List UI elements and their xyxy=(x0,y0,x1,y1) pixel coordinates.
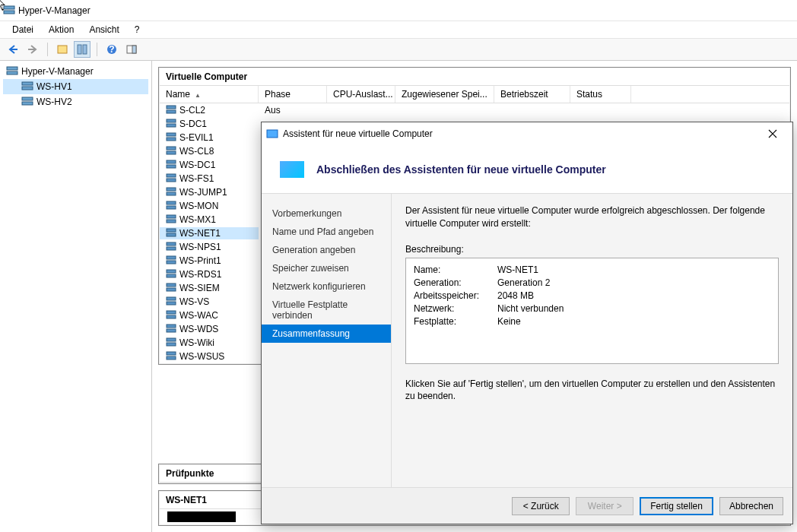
cancel-button[interactable]: Abbrechen xyxy=(719,497,783,515)
desc-value: WS-NET1 xyxy=(497,264,538,275)
svg-rect-24 xyxy=(167,165,176,168)
svg-rect-48 xyxy=(167,329,176,332)
monitor-icon xyxy=(280,161,304,178)
vm-name: WS-DC1 xyxy=(179,160,215,170)
col-mem[interactable]: Zugewiesener Spei... xyxy=(395,86,494,103)
menu-action[interactable]: Aktion xyxy=(43,23,80,36)
vm-name: WS-WDS xyxy=(179,324,218,334)
toolbar-separator xyxy=(97,43,97,56)
svg-rect-28 xyxy=(167,192,176,195)
desc-value: 2048 MB xyxy=(497,290,534,301)
dialog-titlebar[interactable]: Assistent für neue virtuelle Computer xyxy=(262,122,792,145)
wizard-nav-item[interactable]: Generation angeben xyxy=(262,241,391,259)
wizard-nav-item[interactable]: Speicher zuweisen xyxy=(262,259,391,277)
svg-rect-43 xyxy=(167,297,176,300)
tree-root[interactable]: Hyper-V-Manager xyxy=(3,64,148,79)
svg-rect-4 xyxy=(83,45,87,54)
vm-name: WS-WSUS xyxy=(179,351,224,362)
forward-button[interactable] xyxy=(24,41,41,58)
svg-rect-44 xyxy=(167,302,176,305)
vm-icon xyxy=(166,255,176,266)
svg-rect-22 xyxy=(167,151,176,154)
svg-rect-25 xyxy=(167,174,176,177)
back-button[interactable]: < Zurück xyxy=(512,497,570,515)
vm-name: WS-SIEM xyxy=(179,283,220,293)
vm-icon xyxy=(166,351,176,362)
columns-button[interactable] xyxy=(74,41,90,58)
desc-row: Festplatte:Keine xyxy=(414,316,770,327)
col-cpu[interactable]: CPU-Auslast... xyxy=(327,86,395,103)
svg-rect-2 xyxy=(58,46,67,53)
desc-value: Keine xyxy=(497,316,521,327)
col-name[interactable]: Name xyxy=(160,86,259,103)
tree-node-label: WS-HV1 xyxy=(37,81,72,92)
vm-icon xyxy=(166,324,176,334)
vm-icon xyxy=(166,201,176,211)
wizard-icon xyxy=(266,128,278,140)
toolbar: ? xyxy=(0,38,797,61)
svg-rect-49 xyxy=(167,338,176,341)
col-phase[interactable]: Phase xyxy=(259,86,327,103)
svg-rect-31 xyxy=(167,215,176,218)
desc-value: Generation 2 xyxy=(497,277,550,288)
desc-label: Beschreibung: xyxy=(405,244,779,255)
window-titlebar: Hyper-V-Manager xyxy=(0,0,797,21)
action-pane-button[interactable] xyxy=(123,41,140,58)
svg-rect-17 xyxy=(167,119,176,122)
svg-rect-21 xyxy=(167,147,176,150)
vm-icon xyxy=(166,283,176,293)
help-button[interactable]: ? xyxy=(103,41,120,58)
vm-name: S-CL2 xyxy=(179,105,205,116)
col-status[interactable]: Status xyxy=(570,86,631,103)
svg-rect-40 xyxy=(167,274,176,277)
col-uptime[interactable]: Betriebszeit xyxy=(494,86,570,103)
vm-row[interactable]: S-CL2Aus xyxy=(160,103,789,117)
dialog-banner-title: Abschließen des Assistenten für neue vir… xyxy=(316,163,606,176)
svg-rect-47 xyxy=(167,325,176,328)
tree-node-label: WS-HV2 xyxy=(37,97,72,107)
server-icon xyxy=(21,81,33,93)
vm-icon xyxy=(166,310,176,321)
wizard-nav-item[interactable]: Name und Pfad angeben xyxy=(262,223,391,241)
svg-rect-18 xyxy=(167,124,176,127)
close-button[interactable] xyxy=(757,123,788,144)
vm-name: WS-RDS1 xyxy=(179,269,221,280)
vm-panel-title: Virtuelle Computer xyxy=(160,68,789,86)
show-hide-button[interactable] xyxy=(54,41,71,58)
tree-node-hv2[interactable]: WS-HV2 xyxy=(3,94,148,109)
menu-help[interactable]: ? xyxy=(129,23,146,36)
menu-view[interactable]: Ansicht xyxy=(83,23,125,36)
vm-icon xyxy=(166,242,176,252)
window-title: Hyper-V-Manager xyxy=(18,5,90,16)
svg-rect-23 xyxy=(167,160,176,163)
desc-key: Name: xyxy=(414,264,497,275)
back-button[interactable] xyxy=(5,41,21,58)
svg-rect-13 xyxy=(22,97,33,100)
vm-icon xyxy=(166,214,176,225)
svg-rect-37 xyxy=(167,256,176,259)
svg-rect-9 xyxy=(7,67,17,70)
wizard-hint: Klicken Sie auf 'Fertig stellen', um den… xyxy=(405,378,779,404)
wizard-nav-item[interactable]: Zusammenfassung xyxy=(262,325,391,343)
svg-rect-20 xyxy=(167,138,176,141)
desc-key: Arbeitsspeicher: xyxy=(414,290,497,301)
svg-rect-19 xyxy=(167,133,176,136)
vm-name: WS-WAC xyxy=(179,310,218,321)
tree-node-hv1[interactable]: WS-HV1 xyxy=(3,79,148,94)
finish-button[interactable]: Fertig stellen xyxy=(640,497,713,515)
svg-rect-52 xyxy=(167,356,176,359)
description-box: Name:WS-NET1Generation:Generation 2Arbei… xyxy=(405,258,779,364)
navigation-tree: Hyper-V-Manager WS-HV1 WS-HV2 xyxy=(0,61,152,532)
desc-row: Generation:Generation 2 xyxy=(414,277,770,288)
wizard-nav-item[interactable]: Vorbemerkungen xyxy=(262,204,391,223)
wizard-intro: Der Assistent für neue virtuelle Compute… xyxy=(405,204,779,230)
menu-file[interactable]: Datei xyxy=(6,23,40,36)
wizard-nav-item[interactable]: Virtuelle Festplatte verbinden xyxy=(262,296,391,325)
toolbar-separator xyxy=(47,43,48,56)
wizard-nav-item[interactable]: Netzwerk konfigurieren xyxy=(262,277,391,296)
vm-name: S-DC1 xyxy=(179,119,207,129)
svg-rect-34 xyxy=(167,233,176,236)
vm-icon xyxy=(166,132,176,143)
vm-name: S-EVIL1 xyxy=(179,132,214,143)
svg-rect-29 xyxy=(167,201,176,204)
